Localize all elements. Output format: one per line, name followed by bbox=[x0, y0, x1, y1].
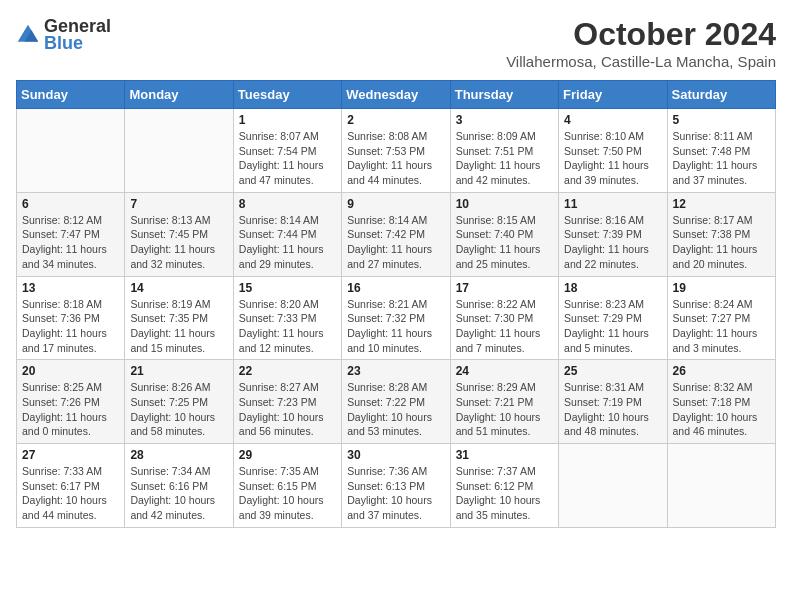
calendar-cell: 23Sunrise: 8:28 AM Sunset: 7:22 PM Dayli… bbox=[342, 360, 450, 444]
day-number: 26 bbox=[673, 364, 770, 378]
calendar-cell: 10Sunrise: 8:15 AM Sunset: 7:40 PM Dayli… bbox=[450, 192, 558, 276]
calendar-week-row: 6Sunrise: 8:12 AM Sunset: 7:47 PM Daylig… bbox=[17, 192, 776, 276]
day-number: 13 bbox=[22, 281, 119, 295]
day-info: Sunrise: 8:14 AM Sunset: 7:44 PM Dayligh… bbox=[239, 213, 336, 272]
day-info: Sunrise: 8:26 AM Sunset: 7:25 PM Dayligh… bbox=[130, 380, 227, 439]
day-info: Sunrise: 8:09 AM Sunset: 7:51 PM Dayligh… bbox=[456, 129, 553, 188]
calendar-cell: 8Sunrise: 8:14 AM Sunset: 7:44 PM Daylig… bbox=[233, 192, 341, 276]
calendar-cell: 24Sunrise: 8:29 AM Sunset: 7:21 PM Dayli… bbox=[450, 360, 558, 444]
calendar-table: SundayMondayTuesdayWednesdayThursdayFrid… bbox=[16, 80, 776, 528]
day-info: Sunrise: 8:27 AM Sunset: 7:23 PM Dayligh… bbox=[239, 380, 336, 439]
logo-icon bbox=[16, 23, 40, 47]
calendar-cell: 13Sunrise: 8:18 AM Sunset: 7:36 PM Dayli… bbox=[17, 276, 125, 360]
calendar-week-row: 27Sunrise: 7:33 AM Sunset: 6:17 PM Dayli… bbox=[17, 444, 776, 528]
calendar-cell: 29Sunrise: 7:35 AM Sunset: 6:15 PM Dayli… bbox=[233, 444, 341, 528]
weekday-header-sunday: Sunday bbox=[17, 81, 125, 109]
day-info: Sunrise: 8:18 AM Sunset: 7:36 PM Dayligh… bbox=[22, 297, 119, 356]
day-number: 1 bbox=[239, 113, 336, 127]
calendar-title: October 2024 bbox=[506, 16, 776, 53]
day-number: 19 bbox=[673, 281, 770, 295]
day-number: 18 bbox=[564, 281, 661, 295]
weekday-header-friday: Friday bbox=[559, 81, 667, 109]
day-info: Sunrise: 8:07 AM Sunset: 7:54 PM Dayligh… bbox=[239, 129, 336, 188]
day-info: Sunrise: 8:13 AM Sunset: 7:45 PM Dayligh… bbox=[130, 213, 227, 272]
calendar-cell bbox=[667, 444, 775, 528]
day-info: Sunrise: 8:08 AM Sunset: 7:53 PM Dayligh… bbox=[347, 129, 444, 188]
calendar-cell: 3Sunrise: 8:09 AM Sunset: 7:51 PM Daylig… bbox=[450, 109, 558, 193]
day-number: 30 bbox=[347, 448, 444, 462]
day-info: Sunrise: 8:15 AM Sunset: 7:40 PM Dayligh… bbox=[456, 213, 553, 272]
title-block: October 2024 Villahermosa, Castille-La M… bbox=[506, 16, 776, 70]
weekday-header-saturday: Saturday bbox=[667, 81, 775, 109]
calendar-cell: 30Sunrise: 7:36 AM Sunset: 6:13 PM Dayli… bbox=[342, 444, 450, 528]
day-number: 11 bbox=[564, 197, 661, 211]
calendar-cell: 26Sunrise: 8:32 AM Sunset: 7:18 PM Dayli… bbox=[667, 360, 775, 444]
day-number: 9 bbox=[347, 197, 444, 211]
calendar-cell: 27Sunrise: 7:33 AM Sunset: 6:17 PM Dayli… bbox=[17, 444, 125, 528]
calendar-cell: 5Sunrise: 8:11 AM Sunset: 7:48 PM Daylig… bbox=[667, 109, 775, 193]
day-number: 16 bbox=[347, 281, 444, 295]
day-info: Sunrise: 7:37 AM Sunset: 6:12 PM Dayligh… bbox=[456, 464, 553, 523]
day-info: Sunrise: 8:32 AM Sunset: 7:18 PM Dayligh… bbox=[673, 380, 770, 439]
day-info: Sunrise: 8:20 AM Sunset: 7:33 PM Dayligh… bbox=[239, 297, 336, 356]
calendar-week-row: 13Sunrise: 8:18 AM Sunset: 7:36 PM Dayli… bbox=[17, 276, 776, 360]
day-info: Sunrise: 8:24 AM Sunset: 7:27 PM Dayligh… bbox=[673, 297, 770, 356]
weekday-header-row: SundayMondayTuesdayWednesdayThursdayFrid… bbox=[17, 81, 776, 109]
day-number: 21 bbox=[130, 364, 227, 378]
day-number: 22 bbox=[239, 364, 336, 378]
day-number: 4 bbox=[564, 113, 661, 127]
day-info: Sunrise: 8:25 AM Sunset: 7:26 PM Dayligh… bbox=[22, 380, 119, 439]
calendar-cell: 22Sunrise: 8:27 AM Sunset: 7:23 PM Dayli… bbox=[233, 360, 341, 444]
weekday-header-wednesday: Wednesday bbox=[342, 81, 450, 109]
calendar-cell bbox=[17, 109, 125, 193]
day-info: Sunrise: 8:19 AM Sunset: 7:35 PM Dayligh… bbox=[130, 297, 227, 356]
day-info: Sunrise: 8:12 AM Sunset: 7:47 PM Dayligh… bbox=[22, 213, 119, 272]
calendar-cell: 15Sunrise: 8:20 AM Sunset: 7:33 PM Dayli… bbox=[233, 276, 341, 360]
day-number: 14 bbox=[130, 281, 227, 295]
day-number: 15 bbox=[239, 281, 336, 295]
day-number: 27 bbox=[22, 448, 119, 462]
day-number: 24 bbox=[456, 364, 553, 378]
calendar-cell bbox=[559, 444, 667, 528]
day-number: 17 bbox=[456, 281, 553, 295]
calendar-cell: 7Sunrise: 8:13 AM Sunset: 7:45 PM Daylig… bbox=[125, 192, 233, 276]
day-info: Sunrise: 8:31 AM Sunset: 7:19 PM Dayligh… bbox=[564, 380, 661, 439]
weekday-header-monday: Monday bbox=[125, 81, 233, 109]
day-number: 29 bbox=[239, 448, 336, 462]
day-number: 10 bbox=[456, 197, 553, 211]
calendar-cell: 12Sunrise: 8:17 AM Sunset: 7:38 PM Dayli… bbox=[667, 192, 775, 276]
calendar-cell: 25Sunrise: 8:31 AM Sunset: 7:19 PM Dayli… bbox=[559, 360, 667, 444]
calendar-cell: 31Sunrise: 7:37 AM Sunset: 6:12 PM Dayli… bbox=[450, 444, 558, 528]
calendar-cell: 19Sunrise: 8:24 AM Sunset: 7:27 PM Dayli… bbox=[667, 276, 775, 360]
page-header: General Blue October 2024 Villahermosa, … bbox=[16, 16, 776, 70]
day-info: Sunrise: 7:34 AM Sunset: 6:16 PM Dayligh… bbox=[130, 464, 227, 523]
day-info: Sunrise: 8:16 AM Sunset: 7:39 PM Dayligh… bbox=[564, 213, 661, 272]
day-info: Sunrise: 8:29 AM Sunset: 7:21 PM Dayligh… bbox=[456, 380, 553, 439]
calendar-week-row: 1Sunrise: 8:07 AM Sunset: 7:54 PM Daylig… bbox=[17, 109, 776, 193]
day-info: Sunrise: 8:21 AM Sunset: 7:32 PM Dayligh… bbox=[347, 297, 444, 356]
calendar-cell: 14Sunrise: 8:19 AM Sunset: 7:35 PM Dayli… bbox=[125, 276, 233, 360]
day-info: Sunrise: 8:22 AM Sunset: 7:30 PM Dayligh… bbox=[456, 297, 553, 356]
calendar-cell: 11Sunrise: 8:16 AM Sunset: 7:39 PM Dayli… bbox=[559, 192, 667, 276]
day-info: Sunrise: 8:10 AM Sunset: 7:50 PM Dayligh… bbox=[564, 129, 661, 188]
day-info: Sunrise: 8:23 AM Sunset: 7:29 PM Dayligh… bbox=[564, 297, 661, 356]
day-info: Sunrise: 8:17 AM Sunset: 7:38 PM Dayligh… bbox=[673, 213, 770, 272]
weekday-header-thursday: Thursday bbox=[450, 81, 558, 109]
day-number: 23 bbox=[347, 364, 444, 378]
calendar-location: Villahermosa, Castille-La Mancha, Spain bbox=[506, 53, 776, 70]
calendar-week-row: 20Sunrise: 8:25 AM Sunset: 7:26 PM Dayli… bbox=[17, 360, 776, 444]
calendar-cell: 9Sunrise: 8:14 AM Sunset: 7:42 PM Daylig… bbox=[342, 192, 450, 276]
calendar-cell: 16Sunrise: 8:21 AM Sunset: 7:32 PM Dayli… bbox=[342, 276, 450, 360]
calendar-cell: 1Sunrise: 8:07 AM Sunset: 7:54 PM Daylig… bbox=[233, 109, 341, 193]
calendar-cell: 6Sunrise: 8:12 AM Sunset: 7:47 PM Daylig… bbox=[17, 192, 125, 276]
day-number: 7 bbox=[130, 197, 227, 211]
day-number: 3 bbox=[456, 113, 553, 127]
calendar-cell: 28Sunrise: 7:34 AM Sunset: 6:16 PM Dayli… bbox=[125, 444, 233, 528]
day-number: 20 bbox=[22, 364, 119, 378]
weekday-header-tuesday: Tuesday bbox=[233, 81, 341, 109]
calendar-cell: 21Sunrise: 8:26 AM Sunset: 7:25 PM Dayli… bbox=[125, 360, 233, 444]
calendar-cell: 17Sunrise: 8:22 AM Sunset: 7:30 PM Dayli… bbox=[450, 276, 558, 360]
day-info: Sunrise: 8:11 AM Sunset: 7:48 PM Dayligh… bbox=[673, 129, 770, 188]
day-number: 12 bbox=[673, 197, 770, 211]
logo: General Blue bbox=[16, 16, 111, 54]
